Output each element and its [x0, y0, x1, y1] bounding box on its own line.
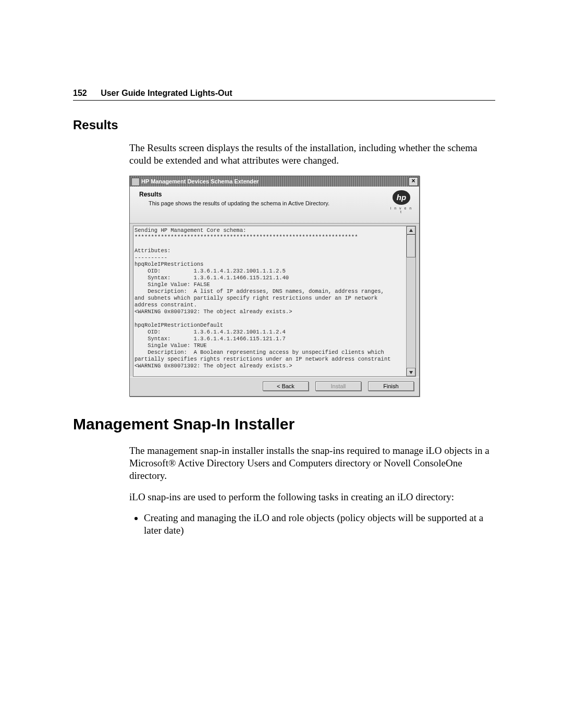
snapin-paragraph-2: iLO snap-ins are used to perform the fol… — [129, 491, 495, 503]
running-head-title: User Guide Integrated Lights-Out — [101, 89, 232, 97]
results-heading: Results — [73, 118, 495, 132]
dialog-button-row: < Back Install Finish — [130, 377, 419, 396]
running-head: 152 User Guide Integrated Lights-Out — [73, 89, 495, 101]
hp-logo-tagline: i n v e n t — [390, 206, 413, 214]
svg-marker-3 — [409, 371, 413, 374]
app-icon — [131, 178, 140, 186]
snapin-bullet-1: Creating and managing the iLO and role o… — [144, 512, 495, 537]
install-button: Install — [315, 381, 361, 391]
scroll-up-button[interactable] — [407, 226, 415, 235]
dialog-title: HP Management Devices Schema Extender — [141, 178, 259, 184]
scroll-down-button[interactable] — [407, 368, 415, 376]
page-content: Results The Results screen displays the … — [73, 118, 495, 546]
results-log-box: Sending HP Management Core schema: *****… — [133, 226, 416, 377]
hp-logo: hp i n v e n t — [390, 190, 413, 214]
dialog-header-title: Results — [139, 191, 413, 198]
dialog-titlebar[interactable]: HP Management Devices Schema Extender × — [130, 176, 419, 187]
results-paragraph: The Results screen displays the results … — [129, 142, 495, 167]
dialog-client-area: Sending HP Management Core schema: *****… — [130, 224, 419, 377]
document-page: 152 User Guide Integrated Lights-Out Res… — [0, 0, 563, 728]
svg-marker-2 — [409, 229, 413, 232]
dialog-window: HP Management Devices Schema Extender × … — [129, 176, 420, 397]
dialog-screenshot: HP Management Devices Schema Extender × … — [129, 176, 419, 397]
page-number: 152 — [73, 89, 87, 97]
snapin-heading: Management Snap-In Installer — [73, 415, 495, 433]
back-button[interactable]: < Back — [263, 381, 309, 391]
dialog-header-subtitle: This page shows the results of updating … — [149, 200, 413, 206]
results-log-text: Sending HP Management Core schema: *****… — [133, 226, 406, 376]
svg-text:hp: hp — [397, 193, 406, 202]
snapin-paragraph-1: The management snap-in installer install… — [129, 445, 495, 483]
snapin-bullet-list: Creating and managing the iLO and role o… — [129, 512, 495, 537]
scroll-thumb[interactable] — [407, 235, 415, 257]
dialog-header: Results This page shows the results of u… — [130, 187, 419, 224]
scrollbar-vertical[interactable] — [406, 226, 415, 376]
close-button[interactable]: × — [409, 177, 418, 186]
finish-button[interactable]: Finish — [368, 381, 414, 391]
